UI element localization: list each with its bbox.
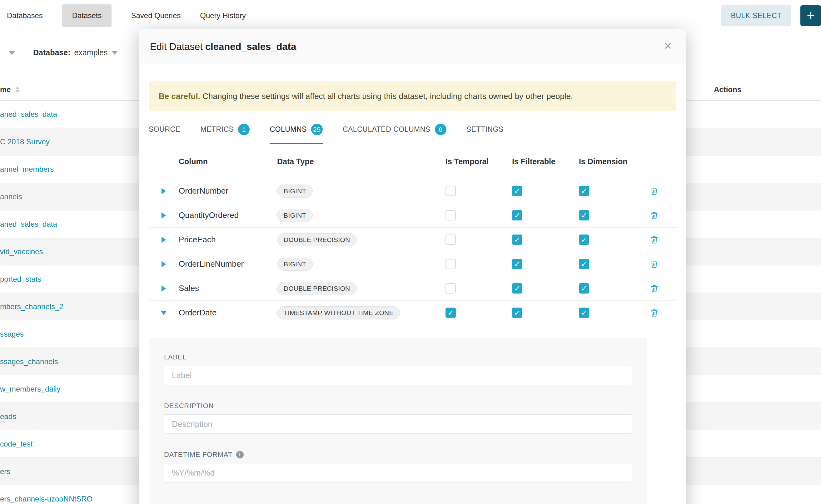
is-dimension-checkbox[interactable]: ✓ — [579, 283, 589, 294]
warning-text: Changing these settings will affect all … — [202, 91, 573, 101]
tab-columns[interactable]: COLUMNS25 — [269, 113, 323, 144]
is-dimension-checkbox[interactable]: ✓ — [579, 210, 589, 220]
chevron-down-icon[interactable] — [9, 51, 15, 55]
column-name: QuantityOrdered — [179, 210, 277, 220]
is-temporal-checkbox[interactable]: ✓ — [446, 308, 456, 318]
column-header: Column — [179, 157, 277, 166]
tab-calculated-columns[interactable]: CALCULATED COLUMNS0 — [343, 113, 447, 144]
is-filterable-checkbox[interactable]: ✓ — [512, 186, 522, 196]
field-label: LABEL — [164, 353, 632, 385]
datetime-format-input[interactable] — [164, 463, 632, 482]
dataset-link[interactable]: ssages_channels — [0, 357, 58, 366]
delete-column-trash-icon[interactable] — [650, 235, 659, 245]
dataset-link[interactable]: aned_sales_data — [0, 220, 57, 229]
delete-column-trash-icon[interactable] — [650, 284, 659, 293]
is-temporal-cell — [446, 259, 512, 269]
data-type-pill: BIGINT — [277, 258, 313, 271]
tab-metrics[interactable]: METRICS1 — [200, 113, 250, 144]
row-actions-cell — [650, 259, 676, 269]
is-filterable-checkbox[interactable]: ✓ — [512, 210, 522, 220]
info-icon[interactable]: i — [236, 451, 244, 458]
tab-settings[interactable]: SETTINGS — [467, 113, 504, 144]
field-label-text: DESCRIPTION — [164, 402, 214, 410]
is-dimension-cell: ✓ — [579, 186, 650, 196]
is-dimension-checkbox[interactable]: ✓ — [579, 308, 589, 318]
expand-caret-icon[interactable] — [149, 237, 179, 243]
sort-icon[interactable] — [15, 86, 20, 93]
bulk-select-button[interactable]: BULK SELECT — [721, 5, 791, 26]
dataset-link[interactable]: ssages — [0, 330, 24, 338]
delete-column-trash-icon[interactable] — [650, 211, 659, 220]
is-filterable-checkbox[interactable]: ✓ — [512, 259, 522, 269]
chevron-down-icon — [111, 51, 118, 55]
label-input[interactable] — [164, 366, 632, 385]
data-type-cell: TIMESTAMP WITHOUT TIME ZONE — [277, 306, 446, 319]
is-dimension-checkbox[interactable]: ✓ — [579, 186, 589, 196]
is-temporal-cell — [446, 283, 512, 294]
dataset-link[interactable]: code_test — [0, 440, 32, 448]
field-datetime-format: DATETIME FORMATi — [164, 451, 632, 482]
expand-caret-icon[interactable] — [149, 188, 179, 194]
modal-title: Edit Datasetcleaned_sales_data — [150, 41, 296, 52]
is-temporal-checkbox[interactable] — [446, 210, 456, 220]
dataset-link[interactable]: aned_sales_data — [0, 110, 57, 119]
actions-column-header: Actions — [714, 85, 741, 94]
dataset-link[interactable]: ers_channels-uzooNNtSRO — [0, 495, 92, 503]
is-dimension-checkbox[interactable]: ✓ — [579, 235, 589, 245]
dataset-link[interactable]: mbers_channels_2 — [0, 302, 63, 311]
is-filterable-cell: ✓ — [512, 259, 579, 269]
warning-banner: Be careful. Changing these settings will… — [149, 81, 676, 111]
field-label: DESCRIPTION — [164, 402, 632, 410]
expand-caret-icon[interactable] — [149, 212, 179, 219]
delete-column-trash-icon[interactable] — [650, 308, 659, 318]
expand-caret-icon[interactable] — [149, 261, 179, 267]
is-filterable-checkbox[interactable]: ✓ — [512, 235, 522, 245]
add-dataset-button[interactable]: + — [800, 5, 821, 26]
name-column-header[interactable]: me — [0, 85, 20, 94]
delete-column-trash-icon[interactable] — [650, 259, 659, 269]
nav-tab-databases[interactable]: Databases — [7, 4, 43, 27]
dataset-link[interactable]: ported_stats — [0, 275, 41, 284]
is-temporal-checkbox[interactable] — [446, 259, 456, 269]
is-temporal-checkbox[interactable] — [446, 235, 456, 245]
is-filterable-cell: ✓ — [512, 308, 579, 318]
dataset-link[interactable]: annels — [0, 192, 22, 201]
column-name: OrderNumber — [179, 186, 277, 196]
dataset-link[interactable]: w_members_daily — [0, 385, 60, 393]
is-temporal-cell — [446, 210, 512, 220]
dataset-link[interactable]: annel_members — [0, 165, 54, 174]
delete-column-trash-icon[interactable] — [650, 186, 659, 196]
field-label: LABEL — [164, 353, 632, 361]
nav-tab-datasets[interactable]: Datasets — [62, 4, 112, 27]
datasets-page: DatabasesDatasetsSaved QueriesQuery Hist… — [0, 0, 821, 504]
column-name: Sales — [179, 284, 277, 293]
is-temporal-checkbox[interactable] — [446, 283, 456, 294]
tab-source[interactable]: SOURCE — [149, 113, 180, 144]
is-temporal-cell: ✓ — [446, 308, 512, 318]
close-icon[interactable]: × — [664, 39, 672, 52]
expand-caret-icon[interactable] — [149, 285, 179, 292]
dataset-link[interactable]: eads — [0, 412, 16, 421]
description-input[interactable] — [164, 414, 632, 434]
is-filterable-checkbox[interactable]: ✓ — [512, 283, 522, 294]
field-label-text: LABEL — [164, 353, 187, 361]
tab-label: SOURCE — [149, 125, 180, 134]
nav-tab-query-history[interactable]: Query History — [200, 4, 246, 27]
dataset-link[interactable]: C 2018 Survey — [0, 137, 50, 146]
plus-icon: + — [807, 9, 815, 22]
is-temporal-checkbox[interactable] — [446, 186, 456, 196]
columns-table-header: Column Data Type Is Temporal Is Filterab… — [149, 144, 676, 179]
is-dimension-checkbox[interactable]: ✓ — [579, 259, 589, 269]
data-type-cell: BIGINT — [277, 209, 446, 222]
dataset-link[interactable]: ers — [0, 467, 10, 476]
column-row: OrderDateTIMESTAMP WITHOUT TIME ZONE✓✓✓ — [149, 301, 676, 325]
dataset-link[interactable]: vid_vaccines — [0, 247, 43, 256]
nav-tabs: DatabasesDatasetsSaved QueriesQuery Hist… — [7, 4, 265, 27]
is-filterable-cell: ✓ — [512, 186, 579, 196]
database-filter-dropdown[interactable]: Database: examples — [33, 48, 118, 57]
collapse-caret-icon[interactable] — [149, 311, 179, 315]
is-filterable-checkbox[interactable]: ✓ — [512, 308, 522, 318]
tab-label: METRICS — [200, 125, 234, 134]
nav-tab-saved-queries[interactable]: Saved Queries — [131, 4, 180, 27]
field-description: DESCRIPTION — [164, 402, 632, 434]
